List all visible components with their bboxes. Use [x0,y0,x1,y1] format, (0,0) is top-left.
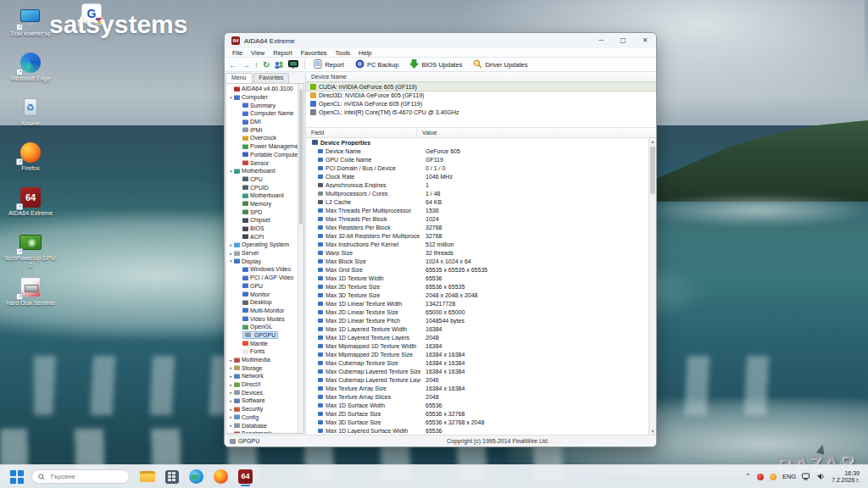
tree-scrollbar[interactable] [298,84,303,433]
desktop-icon-edge[interactable]: ↗Microsoft Edge [3,52,58,82]
expand-icon[interactable]: ▸ [228,398,234,403]
table-row[interactable]: Max Texture Array Size16384 x 16384 [306,384,648,392]
tree-item-overclock[interactable]: Overclock [226,134,298,142]
expand-icon[interactable]: ▸ [228,414,234,419]
search-input[interactable] [48,472,108,481]
expand-icon[interactable]: ▸ [228,407,234,412]
table-row[interactable]: Max 3D Surface Size65536 x 32768 x 2048 [306,418,648,426]
scroll-up-icon[interactable]: ▲ [649,138,656,145]
table-row[interactable]: Clock Rate1046 MHz [306,172,648,180]
language-indicator[interactable]: ENG [782,473,796,480]
menu-item-file[interactable]: File [228,49,247,57]
tree-item-multimedia[interactable]: ▸Multimedia [226,356,298,364]
table-row[interactable]: Max 1D Surface Width65536 [306,401,648,409]
tree-item-mantle[interactable]: Mantle [226,339,298,347]
table-row[interactable]: Max Cubemap Texture Size16384 x 16384 [306,358,648,367]
desktop-icon-hd-sentinel[interactable]: ↗Hard Disk Sentinel [3,276,58,307]
table-row[interactable]: Max Cubemap Layered Texture Size16384 x … [306,367,648,375]
close-button[interactable]: ✕ [634,33,656,48]
tree-item-computer-name[interactable]: Computer Name [226,109,298,118]
table-row[interactable]: Max Mipmapped 1D Texture Width16384 [306,341,648,350]
table-row[interactable]: Max 1D Texture Width65536 [306,274,648,282]
tree-item-acpi[interactable]: ACPI [226,232,298,241]
device-row[interactable]: OpenCL: nVIDIA GeForce 605 (GF119) [306,99,656,108]
search-box[interactable] [31,469,130,484]
table-row[interactable]: Multiprocessors / Cores1 / 48 [306,189,648,197]
table-row[interactable]: Warp Size32 threads [306,248,648,257]
tree-item-config[interactable]: ▸Config [226,413,298,422]
taskbar-file-explorer-icon[interactable] [138,468,156,486]
table-row[interactable]: Max Block Size1024 x 1024 x 64 [306,257,648,265]
table-row[interactable]: Max 2D Linear Texture Size65000 x 65000 [306,308,648,316]
tree-item-chipset[interactable]: Chipset [226,216,298,225]
start-button[interactable] [10,470,24,484]
tree-item-display[interactable]: ▾Display [226,257,298,265]
tree-item-fonts[interactable]: Fonts [226,347,298,356]
tree-item-desktop[interactable]: Desktop [226,298,298,307]
tree-item-network[interactable]: ▸Network [226,372,298,380]
table-row[interactable]: GPU Code NameGF119 [306,155,648,164]
tree-item-opengl[interactable]: OpenGL [226,323,298,331]
expand-icon[interactable]: ▸ [228,251,234,256]
bios-updates-button[interactable]: BIOS Updates [407,59,465,70]
back-icon[interactable]: ← [229,58,237,71]
tree-item-pci-agp-video[interactable]: PCI / AGP Video [226,274,298,282]
tree-item-sensor[interactable]: Sensor [226,158,298,167]
users-icon[interactable] [274,60,284,69]
tree-item-video-modes[interactable]: Video Modes [226,314,298,323]
table-row[interactable]: Max Instructions Per Kernel512 million [306,240,648,248]
desktop-icon-aida64[interactable]: 64↗AIDA64 Extreme [3,186,58,217]
menu-item-view[interactable]: View [247,49,269,57]
taskbar-calculator-icon[interactable] [163,468,181,486]
tab-favorites[interactable]: Favorites [253,73,290,83]
tree-item-power-management[interactable]: Power Management [226,142,298,151]
menu-item-report[interactable]: Report [269,49,297,57]
tree-item-bios[interactable]: BIOS [226,225,298,233]
tree-item-computer[interactable]: ▾Computer [226,93,298,102]
tree-item-multi-monitor[interactable]: Multi-Monitor [226,307,298,315]
expand-icon[interactable]: ▸ [228,358,234,363]
table-row[interactable]: Max Threads Per Multiprocessor1536 [306,206,648,214]
tree-item-aida64-v4-60-3100[interactable]: AIDA64 v4.60.3100 [226,85,298,93]
tree-item-operating-system[interactable]: ▸Operating System [226,241,298,249]
table-row[interactable]: Max Cubemap Layered Texture Layers2046 [306,375,648,384]
value-column-header[interactable]: Value [417,128,437,137]
tree-item-motherboard[interactable]: Motherboard [226,191,298,200]
table-row[interactable]: Max Mipmapped 2D Texture Size16384 x 163… [306,350,648,358]
tree-item-cpuid[interactable]: CPUID [226,183,298,191]
menu-item-favorites[interactable]: Favorites [297,49,331,57]
table-row[interactable]: Max Threads Per Block1024 [306,214,648,223]
tab-menu[interactable]: Menu [225,73,253,83]
table-row[interactable]: Max 1D Layered Texture Layers2048 [306,333,648,341]
table-row[interactable]: Max Registers Per Block32768 [306,223,648,231]
tree-item-security[interactable]: ▸Security [226,405,298,413]
volume-icon[interactable] [817,473,826,480]
table-row[interactable]: Max 1D Layered Texture Width16384 [306,324,648,333]
table-row[interactable]: Asynchronous Engines1 [306,180,648,189]
table-row[interactable]: Max 2D Linear Texture Pitch1048544 bytes [306,316,648,324]
taskbar-globe-app-icon[interactable] [187,468,205,486]
pc-backup-button[interactable]: PC Backup [353,59,402,70]
tree-item-server[interactable]: ▸Server [226,249,298,258]
taskbar-firefox-icon[interactable] [212,468,230,486]
report-button[interactable]: Report [311,59,347,70]
tree-item-cpu[interactable]: CPU [226,175,298,184]
table-section-row[interactable]: Device Properties [306,138,648,147]
driver-updates-button[interactable]: Driver Updates [470,59,530,70]
refresh-icon[interactable]: ↻ [263,58,270,71]
collapse-icon[interactable]: ▾ [228,169,234,174]
tree-item-ipmi[interactable]: IPMI [226,125,298,134]
table-row[interactable]: Max 1D Layered Surface Width65536 [306,426,648,435]
table-row[interactable]: PCI Domain / Bus / Device0 / 1 / 0 [306,164,648,172]
network-icon[interactable] [802,473,811,480]
desktop-icon-gpu-z[interactable]: ↗TechPowerUp GPU-Z [3,231,58,269]
field-value-header[interactable]: Field Value [306,128,656,138]
tree-item-windows-video[interactable]: Windows Video [226,265,298,274]
tree-item-storage[interactable]: ▸Storage [226,363,298,372]
title-bar[interactable]: 64 AIDA64 Extreme ─ ▢ ✕ [225,33,656,48]
tree-item-spd[interactable]: SPD [226,208,298,216]
table-row[interactable]: Max 2D Surface Size65536 x 32768 [306,409,648,418]
tree-item-summary[interactable]: Summary [226,101,298,109]
tree-item-directx[interactable]: ▸DirectX [226,380,298,389]
scroll-thumb[interactable] [650,147,655,194]
